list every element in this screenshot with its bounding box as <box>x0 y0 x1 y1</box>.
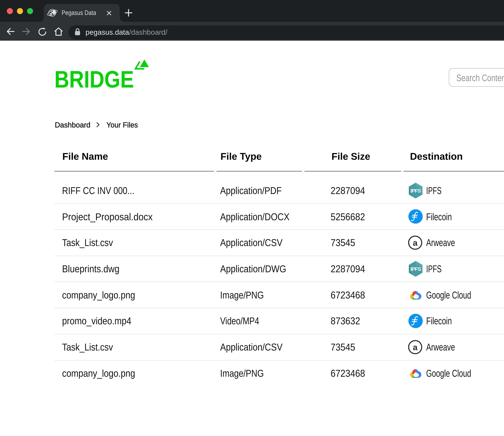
svg-text:IPFS: IPFS <box>411 266 421 272</box>
svg-text:a: a <box>413 238 418 247</box>
svg-text:a: a <box>413 342 418 352</box>
svg-text:IPFS: IPFS <box>411 188 421 193</box>
